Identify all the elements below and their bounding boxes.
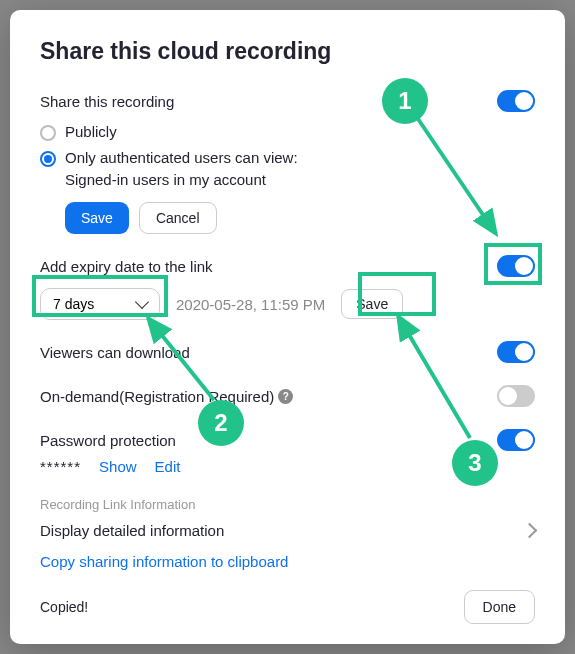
display-detail-row[interactable]: Display detailed information (40, 522, 535, 539)
edit-password-link[interactable]: Edit (155, 458, 181, 475)
password-toggle[interactable] (497, 429, 535, 451)
copied-text: Copied! (40, 599, 88, 615)
save-button[interactable]: Save (65, 202, 129, 234)
modal-title: Share this cloud recording (40, 38, 535, 65)
on-demand-text: On-demand(Registration Required) (40, 388, 274, 405)
on-demand-toggle[interactable] (497, 385, 535, 407)
expiry-save-button[interactable]: Save (341, 289, 403, 319)
radio-auth[interactable] (40, 151, 56, 167)
radio-auth-row[interactable]: Only authenticated users can view: (40, 149, 535, 167)
expiry-date: 2020-05-28, 11:59 PM (176, 296, 325, 313)
viewers-download-label: Viewers can download (40, 344, 190, 361)
expiry-select[interactable]: 7 days (40, 288, 160, 320)
help-icon[interactable]: ? (278, 389, 293, 404)
display-detail-label: Display detailed information (40, 522, 224, 539)
copy-info-link[interactable]: Copy sharing information to clipboard (40, 553, 535, 570)
expiry-select-value: 7 days (53, 296, 94, 312)
on-demand-label: On-demand(Registration Required) ? (40, 388, 293, 405)
expiry-toggle[interactable] (497, 255, 535, 277)
radio-public[interactable] (40, 125, 56, 141)
share-btn-row: Save Cancel (65, 202, 535, 234)
share-toggle[interactable] (497, 90, 535, 112)
chevron-right-icon (522, 523, 538, 539)
annotation-badge-1: 1 (382, 78, 428, 124)
radio-public-label: Publicly (65, 123, 117, 140)
expiry-label: Add expiry date to the link (40, 258, 213, 275)
done-button[interactable]: Done (464, 590, 535, 624)
recording-link-info-header: Recording Link Information (40, 497, 535, 512)
annotation-badge-2: 2 (198, 400, 244, 446)
chevron-down-icon (135, 295, 149, 309)
cancel-button[interactable]: Cancel (139, 202, 217, 234)
expiry-controls: 7 days 2020-05-28, 11:59 PM Save (40, 288, 535, 320)
password-mask: ****** (40, 458, 81, 475)
password-label: Password protection (40, 432, 176, 449)
share-radio-group: Publicly Only authenticated users can vi… (40, 123, 535, 188)
annotation-badge-3: 3 (452, 440, 498, 486)
viewers-download-toggle[interactable] (497, 341, 535, 363)
show-password-link[interactable]: Show (99, 458, 137, 475)
modal-footer: Copied! Done (40, 590, 535, 624)
share-recording-modal: Share this cloud recording Share this re… (10, 10, 565, 644)
share-label: Share this recording (40, 93, 174, 110)
radio-public-row[interactable]: Publicly (40, 123, 535, 141)
radio-auth-sub: Signed-in users in my account (65, 171, 535, 188)
radio-auth-label: Only authenticated users can view: (65, 149, 298, 166)
